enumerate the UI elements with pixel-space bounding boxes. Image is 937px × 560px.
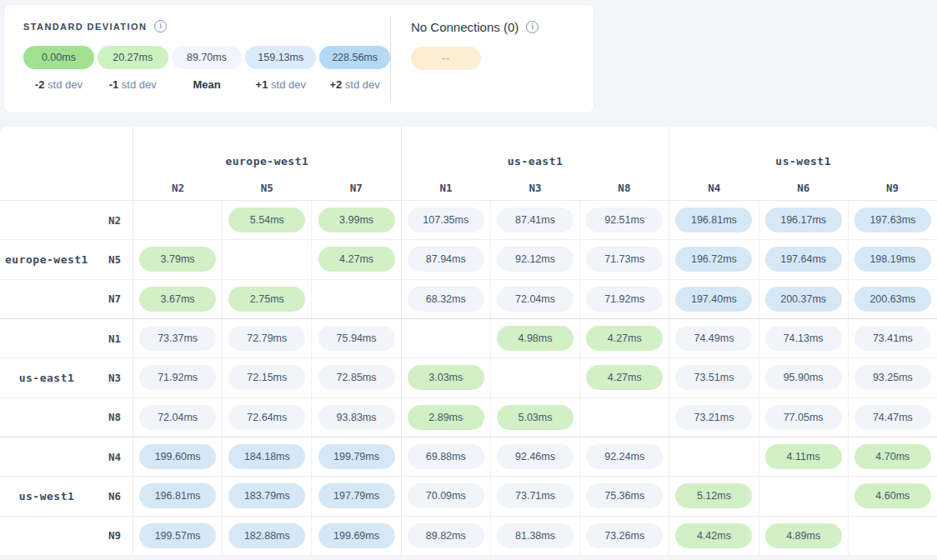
latency-pill[interactable]: 5.03ms xyxy=(497,405,574,430)
latency-pill[interactable]: 87.94ms xyxy=(408,247,484,272)
latency-pill[interactable]: 92.46ms xyxy=(497,444,574,469)
latency-pill[interactable]: 92.51ms xyxy=(586,208,663,232)
latency-pill[interactable]: 200.37ms xyxy=(765,287,842,312)
latency-cell: 71.73ms xyxy=(579,240,669,278)
latency-pill[interactable]: 73.37ms xyxy=(139,326,216,351)
latency-pill[interactable]: 199.79ms xyxy=(318,444,395,469)
latency-pill[interactable]: 68.32ms xyxy=(408,287,484,312)
latency-pill[interactable]: 71.92ms xyxy=(139,365,216,390)
legend-label-bold: -1 xyxy=(109,78,119,91)
legend-pill-plus1: 159.13ms xyxy=(245,46,316,69)
latency-cell: 3.99ms xyxy=(311,201,400,239)
latency-pill[interactable]: 4.70ms xyxy=(854,444,931,469)
self-cell xyxy=(759,477,848,515)
latency-pill[interactable]: 4.42ms xyxy=(675,523,752,548)
latency-pill[interactable]: 92.12ms xyxy=(497,247,574,272)
latency-pill[interactable]: 77.05ms xyxy=(765,405,842,430)
latency-pill[interactable]: 73.51ms xyxy=(675,365,752,390)
latency-pill[interactable]: 72.04ms xyxy=(497,287,574,312)
latency-pill[interactable]: 197.79ms xyxy=(318,483,395,508)
latency-pill[interactable]: 200.63ms xyxy=(854,287,931,312)
latency-matrix: europe-west1us-east1us-west1N2N5N7N1N3N8… xyxy=(0,127,937,555)
row-header-N7: N7 xyxy=(93,292,133,305)
latency-pill[interactable]: 199.60ms xyxy=(139,444,216,469)
latency-pill[interactable]: 3.99ms xyxy=(318,208,395,232)
latency-cell: 87.41ms xyxy=(490,201,579,239)
latency-pill[interactable]: 93.83ms xyxy=(318,405,395,430)
self-cell xyxy=(401,319,490,358)
latency-pill[interactable]: 81.38ms xyxy=(497,523,574,548)
column-group-header-europe-west1: europe-west1 xyxy=(133,127,401,175)
latency-cell: 75.36ms xyxy=(579,477,669,515)
latency-pill[interactable]: 89.82ms xyxy=(408,523,484,548)
latency-pill[interactable]: 93.25ms xyxy=(854,365,931,390)
latency-pill[interactable]: 75.94ms xyxy=(318,326,395,351)
latency-cell: 92.24ms xyxy=(579,438,669,476)
latency-pill[interactable]: 3.03ms xyxy=(408,365,484,390)
row-label-cell: N7 xyxy=(0,280,133,318)
latency-pill[interactable]: 74.13ms xyxy=(765,326,842,351)
latency-pill[interactable]: 5.54ms xyxy=(228,208,305,232)
latency-pill[interactable]: 74.49ms xyxy=(675,326,752,351)
info-icon[interactable]: i xyxy=(526,21,539,33)
latency-pill[interactable]: 74.47ms xyxy=(854,405,931,430)
latency-cell: 73.51ms xyxy=(669,358,758,397)
std-deviation-title: STANDARD DEVIATION xyxy=(23,22,147,32)
latency-pill[interactable]: 196.17ms xyxy=(765,208,842,232)
latency-pill[interactable]: 72.79ms xyxy=(228,326,305,351)
latency-pill[interactable]: 69.88ms xyxy=(408,444,484,469)
latency-pill[interactable]: 71.92ms xyxy=(586,287,663,312)
legend-label-bold: Mean xyxy=(193,78,220,91)
latency-cell: 196.72ms xyxy=(669,240,758,278)
latency-pill[interactable]: 73.71ms xyxy=(497,483,574,508)
latency-pill[interactable]: 4.27ms xyxy=(586,326,663,351)
latency-pill[interactable]: 73.26ms xyxy=(586,523,663,548)
latency-pill[interactable]: 196.81ms xyxy=(675,208,752,232)
matrix-corner-spacer xyxy=(0,175,133,200)
row-group-label-us-west1: us-west1 xyxy=(0,490,93,502)
latency-pill[interactable]: 92.24ms xyxy=(586,444,663,469)
info-icon[interactable]: i xyxy=(154,20,167,32)
latency-pill[interactable]: 182.88ms xyxy=(228,523,305,548)
row-label-cell: N9 xyxy=(0,517,133,555)
latency-pill[interactable]: 196.81ms xyxy=(139,483,216,508)
latency-pill[interactable]: 87.41ms xyxy=(497,208,574,232)
latency-pill[interactable]: 4.27ms xyxy=(586,365,663,390)
latency-pill[interactable]: 4.98ms xyxy=(497,326,574,351)
latency-pill[interactable]: 198.19ms xyxy=(854,247,931,272)
latency-pill[interactable]: 4.60ms xyxy=(854,483,931,508)
latency-pill[interactable]: 197.64ms xyxy=(765,247,842,272)
latency-pill[interactable]: 199.69ms xyxy=(318,523,395,548)
latency-pill[interactable]: 72.04ms xyxy=(139,405,216,430)
matrix-row-N9: N9199.57ms182.88ms199.69ms89.82ms81.38ms… xyxy=(0,516,937,555)
latency-pill[interactable]: 95.90ms xyxy=(765,365,842,390)
latency-pill[interactable]: 184.18ms xyxy=(228,444,305,469)
latency-pill[interactable]: 72.15ms xyxy=(228,365,305,390)
latency-pill[interactable]: 199.57ms xyxy=(139,523,216,548)
latency-pill[interactable]: 72.85ms xyxy=(318,365,395,390)
latency-pill[interactable]: 4.11ms xyxy=(765,444,842,469)
latency-pill[interactable]: 72.64ms xyxy=(228,405,305,430)
latency-pill[interactable]: 2.89ms xyxy=(408,405,484,430)
latency-pill[interactable]: 5.12ms xyxy=(675,483,752,508)
latency-pill[interactable]: 2.75ms xyxy=(228,287,305,312)
latency-pill[interactable]: 183.79ms xyxy=(228,483,305,508)
latency-cell: 2.75ms xyxy=(222,280,311,318)
latency-cell: 199.57ms xyxy=(133,517,222,555)
latency-pill[interactable]: 75.36ms xyxy=(586,483,663,508)
latency-cell: 73.71ms xyxy=(490,477,579,515)
latency-pill[interactable]: 73.21ms xyxy=(675,405,752,430)
latency-pill[interactable]: 3.67ms xyxy=(139,287,216,312)
latency-pill[interactable]: 3.79ms xyxy=(139,247,216,272)
latency-pill[interactable]: 107.35ms xyxy=(408,208,484,232)
latency-pill[interactable]: 71.73ms xyxy=(586,247,663,272)
latency-pill[interactable]: 196.72ms xyxy=(675,247,752,272)
latency-cell: 4.98ms xyxy=(490,319,579,358)
latency-pill[interactable]: 197.40ms xyxy=(675,287,752,312)
latency-pill[interactable]: 4.89ms xyxy=(765,523,842,548)
latency-pill[interactable]: 73.41ms xyxy=(854,326,931,351)
latency-pill[interactable]: 70.09ms xyxy=(408,483,484,508)
latency-cell: 71.92ms xyxy=(579,280,669,318)
latency-pill[interactable]: 4.27ms xyxy=(318,247,395,272)
latency-pill[interactable]: 197.63ms xyxy=(854,208,931,232)
